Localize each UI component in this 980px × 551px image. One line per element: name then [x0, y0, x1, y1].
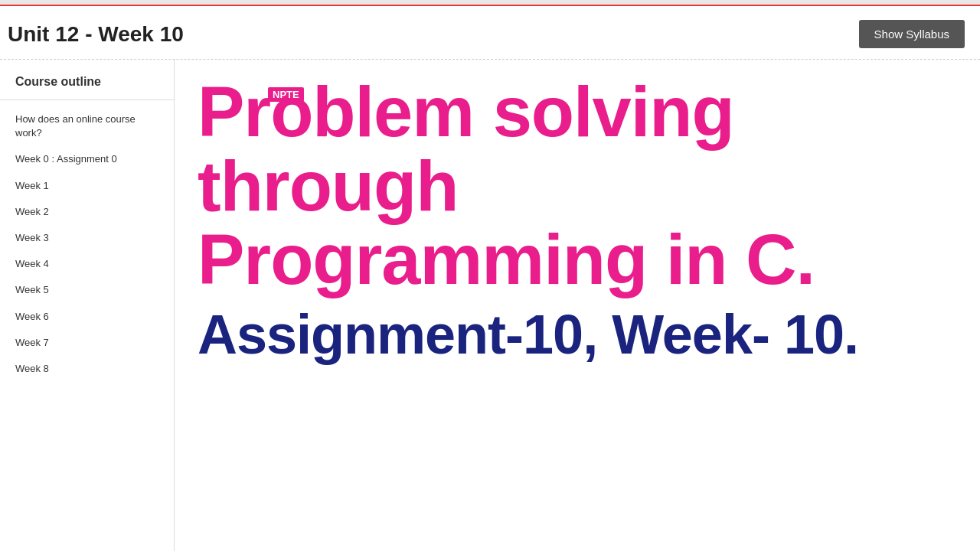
sidebar-item-how-does[interactable]: How does an online course work? [0, 106, 174, 146]
content-area: NPTE Problem solving through Programming… [175, 60, 980, 551]
page-title: Unit 12 - Week 10 [8, 22, 184, 47]
show-syllabus-button[interactable]: Show Syllabus [859, 20, 965, 48]
main-layout: Course outline How does an online course… [0, 60, 980, 551]
sidebar-item-week1[interactable]: Week 1 [0, 173, 174, 199]
sidebar: Course outline How does an online course… [0, 60, 175, 551]
sidebar-item-week6[interactable]: Week 6 [0, 304, 174, 330]
sidebar-item-week4[interactable]: Week 4 [0, 251, 174, 277]
nptel-badge: NPTE [268, 87, 304, 102]
sidebar-item-week7[interactable]: Week 7 [0, 330, 174, 356]
sidebar-title: Course outline [0, 75, 174, 99]
sidebar-item-week3[interactable]: Week 3 [0, 225, 174, 251]
sidebar-item-week8[interactable]: Week 8 [0, 356, 174, 382]
sidebar-item-week5[interactable]: Week 5 [0, 277, 174, 303]
assignment-title: Assignment-10, Week- 10. [198, 305, 957, 365]
header: Unit 12 - Week 10 Show Syllabus [0, 6, 980, 60]
sidebar-divider [0, 99, 174, 100]
top-bar [0, 0, 980, 6]
course-title-line2: Programming in C. [198, 220, 815, 298]
sidebar-item-week0[interactable]: Week 0 : Assignment 0 [0, 146, 174, 172]
sidebar-item-week2[interactable]: Week 2 [0, 199, 174, 225]
course-title: Problem solving through Programming in C… [198, 75, 957, 297]
